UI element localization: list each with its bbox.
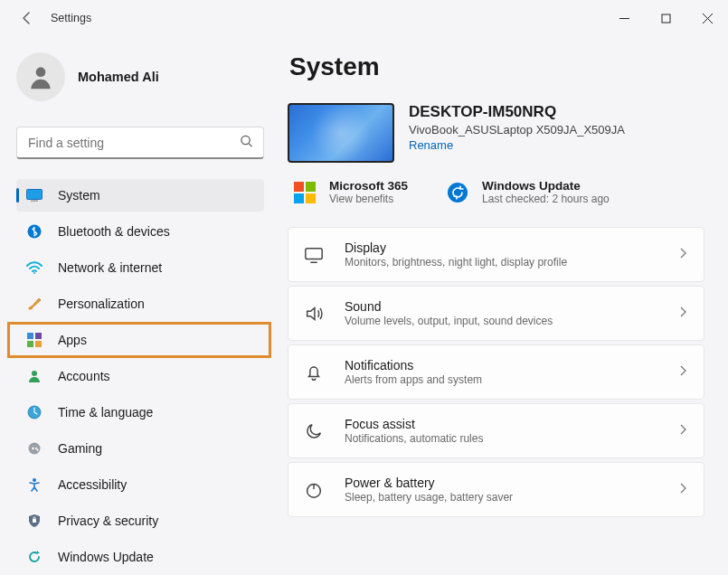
promo-row: Microsoft 365 View benefits Windows Upda… — [288, 179, 704, 205]
svg-point-11 — [32, 371, 37, 376]
nav-label: Time & language — [58, 405, 153, 419]
window-title: Settings — [51, 12, 91, 24]
card-title: Sound — [345, 299, 660, 314]
nav-label: Apps — [58, 333, 87, 347]
bluetooth-icon — [25, 222, 43, 240]
svg-rect-9 — [27, 341, 33, 347]
nav-time[interactable]: Time & language — [16, 396, 264, 429]
sidebar: Mohamed Ali System Bluetooth & devices N… — [0, 36, 280, 575]
svg-point-15 — [33, 478, 36, 482]
nav-network[interactable]: Network & internet — [16, 251, 264, 284]
svg-rect-10 — [35, 341, 42, 347]
accessibility-icon — [25, 476, 43, 494]
clock-globe-icon — [25, 403, 43, 421]
brush-icon — [25, 295, 43, 313]
device-model: VivoBook_ASUSLaptop X509JA_X509JA — [409, 123, 625, 137]
svg-point-2 — [241, 136, 250, 144]
svg-rect-18 — [306, 248, 322, 259]
nav-system[interactable]: System — [16, 179, 264, 212]
search-box[interactable] — [16, 127, 264, 159]
svg-rect-7 — [27, 333, 33, 339]
display-icon — [301, 242, 326, 268]
nav-label: Accessibility — [58, 477, 127, 492]
avatar — [16, 52, 65, 101]
promo-title: Windows Update — [482, 179, 610, 193]
promo-title: Microsoft 365 — [329, 179, 408, 193]
card-display[interactable]: Display Monitors, brightness, night ligh… — [288, 227, 704, 282]
card-title: Power & battery — [345, 476, 660, 490]
card-sub: Sleep, battery usage, battery saver — [345, 491, 660, 504]
system-icon — [25, 186, 43, 204]
svg-point-1 — [36, 67, 46, 77]
nav-bluetooth[interactable]: Bluetooth & devices — [16, 215, 264, 248]
card-sound[interactable]: Sound Volume levels, output, input, soun… — [288, 286, 704, 341]
svg-rect-8 — [35, 333, 42, 339]
search-icon — [240, 135, 253, 152]
device-block: DESKTOP-IM50NRQ VivoBook_ASUSLaptop X509… — [288, 103, 704, 163]
svg-rect-4 — [31, 201, 38, 202]
person-icon — [25, 367, 43, 385]
profile-block[interactable]: Mohamed Ali — [16, 52, 264, 101]
minimize-button[interactable] — [603, 0, 645, 36]
nav-label: Network & internet — [58, 260, 162, 275]
chevron-right-icon — [678, 364, 687, 381]
chevron-right-icon — [678, 306, 687, 322]
back-button[interactable] — [16, 7, 38, 29]
card-sub: Notifications, automatic rules — [345, 432, 660, 445]
wifi-icon — [25, 259, 43, 277]
rename-link[interactable]: Rename — [409, 138, 625, 152]
chevron-right-icon — [678, 423, 687, 439]
nav-apps[interactable]: Apps — [9, 324, 269, 356]
nav-label: System — [58, 188, 100, 203]
bell-icon — [301, 360, 326, 385]
maximize-button[interactable] — [645, 0, 686, 36]
card-title: Notifications — [345, 358, 660, 372]
nav-gaming[interactable]: Gaming — [16, 432, 264, 465]
chevron-right-icon — [678, 247, 687, 263]
nav-list: System Bluetooth & devices Network & int… — [16, 179, 264, 573]
nav-privacy[interactable]: Privacy & security — [16, 504, 264, 537]
promo-microsoft365[interactable]: Microsoft 365 View benefits — [293, 179, 408, 205]
chevron-right-icon — [678, 482, 687, 498]
card-sub: Alerts from apps and system — [345, 373, 660, 386]
card-sub: Volume levels, output, input, sound devi… — [345, 315, 660, 327]
nav-label: Personalization — [58, 297, 145, 311]
promo-sub: View benefits — [329, 193, 408, 205]
promo-sub: Last checked: 2 hours ago — [482, 193, 610, 205]
nav-windows-update[interactable]: Windows Update — [16, 541, 264, 573]
nav-accounts[interactable]: Accounts — [16, 360, 264, 392]
nav-label: Privacy & security — [58, 514, 158, 528]
device-name: DESKTOP-IM50NRQ — [409, 103, 625, 121]
nav-label: Gaming — [58, 441, 102, 456]
update-icon — [25, 548, 43, 566]
microsoft-logo-icon — [293, 181, 317, 204]
titlebar: Settings — [0, 0, 728, 36]
profile-name: Mohamed Ali — [78, 70, 159, 84]
card-power-battery[interactable]: Power & battery Sleep, battery usage, ba… — [288, 462, 704, 517]
sound-icon — [301, 301, 326, 326]
main-content: System DESKTOP-IM50NRQ VivoBook_ASUSLapt… — [280, 36, 728, 575]
device-wallpaper — [288, 103, 394, 163]
card-title: Focus assist — [345, 417, 660, 431]
nav-personalization[interactable]: Personalization — [16, 288, 264, 320]
card-title: Display — [345, 240, 660, 255]
search-input[interactable] — [16, 127, 264, 159]
card-sub: Monitors, brightness, night light, displ… — [345, 256, 660, 269]
power-icon — [301, 477, 326, 503]
svg-point-6 — [33, 272, 35, 274]
page-title: System — [289, 52, 704, 81]
nav-accessibility[interactable]: Accessibility — [16, 468, 264, 501]
card-focus-assist[interactable]: Focus assist Notifications, automatic ru… — [288, 403, 704, 458]
svg-rect-3 — [27, 190, 43, 200]
card-notifications[interactable]: Notifications Alerts from apps and syste… — [288, 344, 704, 400]
moon-icon — [301, 419, 326, 444]
apps-icon — [25, 331, 43, 349]
update-sync-icon — [446, 181, 469, 204]
promo-windows-update[interactable]: Windows Update Last checked: 2 hours ago — [446, 179, 610, 205]
nav-label: Accounts — [58, 369, 110, 383]
nav-label: Windows Update — [58, 550, 154, 564]
svg-rect-0 — [662, 14, 670, 23]
nav-label: Bluetooth & devices — [58, 224, 170, 239]
gaming-icon — [25, 439, 43, 457]
close-button[interactable] — [686, 0, 728, 36]
